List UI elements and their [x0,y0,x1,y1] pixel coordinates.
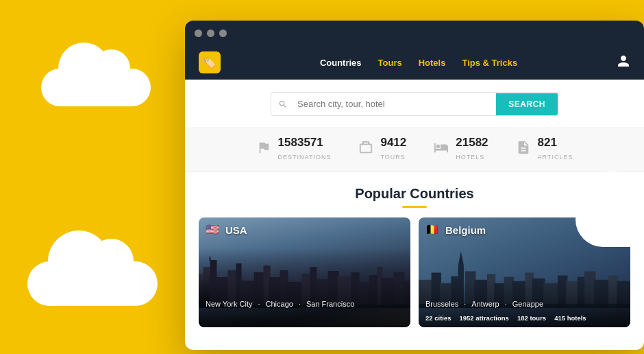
belgium-city-1: Brusseles [425,300,458,308]
flag-icon [256,140,271,158]
stat-destinations-label: DESTINATIONS [278,154,332,161]
cloud-left-top [41,69,151,106]
search-input[interactable] [295,93,496,115]
stat-tours: 9412 TOURS [358,137,406,162]
search-bar: SEARCH [271,92,558,116]
stat-hotels-label: HOTELS [456,154,484,161]
browser-dot-yellow [207,30,214,37]
section-title: Popular Countries [199,186,630,202]
usa-city-1: New York City [206,300,252,308]
nav-tips[interactable]: Tips & Tricks [462,58,517,68]
nav-countries[interactable]: Countries [320,58,362,68]
belgium-stat-hotels: 415 hotels [554,314,586,322]
belgium-stat-tours: 182 tours [517,314,546,322]
stat-destinations-number: 1583571 [278,137,332,150]
stat-articles-number: 821 [538,137,573,150]
usa-card-header: 🇺🇸 USA [206,224,247,236]
svg-rect-3 [210,257,211,261]
nav-tours[interactable]: Tours [378,58,402,68]
belgium-city-3: Genappe [505,300,543,308]
browser-navbar: 🏷️ Countries Tours Hotels Tips & Tricks [185,45,644,80]
belgium-stat-attractions: 1952 attractions [460,314,509,322]
usa-city-2: Chicago [258,300,293,308]
main-content: Popular Countries [185,172,644,327]
logo-icon: 🏷️ [199,51,221,73]
card-usa[interactable]: 🇺🇸 USA New York City Chicago San Francis… [199,217,410,327]
stat-hotels: 21582 HOTELS [434,137,488,162]
browser-dot-red [195,30,202,37]
section-header: Popular Countries [199,186,630,208]
briefcase-icon [358,140,373,158]
belgium-stats: 22 cities 1952 attractions 182 tours 415… [425,314,623,322]
stat-articles-text: 821 ARTICLES [538,137,573,162]
belgium-stat-cities: 22 cities [425,314,451,322]
svg-marker-26 [458,251,464,266]
section-underline [402,206,427,208]
search-button[interactable]: SEARCH [496,93,558,115]
usa-flag: 🇺🇸 [206,224,221,235]
stat-articles-label: ARTICLES [538,154,573,161]
stat-destinations: 1583571 DESTINATIONS [256,137,332,162]
nav-hotels[interactable]: Hotels [419,58,446,68]
usa-country-name: USA [225,224,247,236]
cloud-right-overlap [575,192,644,247]
stat-hotels-text: 21582 HOTELS [456,137,488,162]
belgium-flag: 🇧🇪 [425,224,441,235]
usa-cities: New York City Chicago San Francisco [206,300,404,308]
belgium-card-header: 🇧🇪 Belgium [425,224,486,236]
stat-tours-label: TOURS [380,154,405,161]
belgium-cities: Brusseles Antwerp Genappe [425,300,623,308]
belgium-country-name: Belgium [445,224,486,236]
stat-tours-text: 9412 TOURS [380,137,406,162]
stat-articles: 821 ARTICLES [516,137,573,162]
user-icon[interactable] [617,54,630,71]
stat-destinations-text: 1583571 DESTINATIONS [278,137,332,162]
search-area: SEARCH [185,80,644,127]
browser-dot-green [219,30,227,37]
stat-hotels-number: 21582 [456,137,488,150]
stats-bar: 1583571 DESTINATIONS 9412 TOURS 21 [185,127,644,172]
bed-icon [434,140,449,158]
usa-city-3: San Francisco [299,300,354,308]
belgium-city-2: Antwerp [464,300,499,308]
nav-links: Countries Tours Hotels Tips & Tricks [320,58,517,68]
browser-titlebar [185,21,644,45]
document-icon [516,140,531,158]
search-icon [271,99,295,109]
browser-window: 🏷️ Countries Tours Hotels Tips & Tricks … [185,21,644,350]
logo-area: 🏷️ [199,51,221,73]
cloud-left-bottom [27,261,158,306]
cards-row: 🇺🇸 USA New York City Chicago San Francis… [199,217,630,327]
stat-tours-number: 9412 [380,137,406,150]
